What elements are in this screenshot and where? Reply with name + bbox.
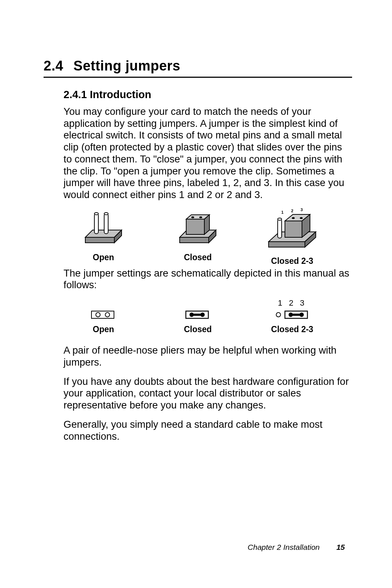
svg-point-24 bbox=[278, 218, 282, 220]
subsection-number: 2.4.1 bbox=[64, 89, 87, 100]
document-page: 2.4Setting jumpers 2.4.1 Introduction Yo… bbox=[0, 0, 392, 442]
paragraph-pliers: A pair of needle-nose pliers may be help… bbox=[64, 345, 352, 368]
pin-label-3: 3 bbox=[301, 208, 303, 212]
section-title-text: Setting jumpers bbox=[73, 58, 180, 73]
svg-rect-23 bbox=[278, 219, 282, 238]
svg-marker-16 bbox=[269, 242, 305, 247]
caption-closed23: Closed 2-3 bbox=[271, 256, 313, 266]
pin-numbers-schematic: 1 2 3 bbox=[278, 298, 307, 309]
jumper-open-icon bbox=[78, 208, 129, 248]
paragraph-intro: You may configure your card to match the… bbox=[64, 106, 352, 201]
subsection-title-text: Introduction bbox=[90, 89, 151, 100]
svg-point-26 bbox=[96, 313, 100, 317]
footer-chapter: Chapter 2 Installation bbox=[248, 543, 319, 551]
section-heading: 2.4Setting jumpers bbox=[44, 58, 352, 78]
figure-open-3d: Open bbox=[67, 208, 140, 266]
svg-rect-5 bbox=[104, 214, 108, 234]
svg-rect-25 bbox=[91, 311, 114, 318]
caption-closed23-sch: Closed 2-3 bbox=[271, 325, 313, 334]
paragraph-doubts: If you have any doubts about the best ha… bbox=[64, 376, 352, 411]
figure-row-schematic: Open Closed 1 2 3 Closed 2-3 bbox=[44, 298, 352, 334]
section-number: 2.4 bbox=[44, 58, 63, 73]
subsection-heading: 2.4.1 Introduction bbox=[64, 89, 352, 101]
pin-label-1: 1 bbox=[281, 210, 283, 214]
caption-closed-sch: Closed bbox=[184, 325, 212, 334]
paragraph-schematic-intro: The jumper settings are schematically de… bbox=[64, 267, 352, 291]
schematic-closed23: 1 2 3 Closed 2-3 bbox=[256, 298, 328, 334]
jumper-closed23-icon: 1 2 3 bbox=[261, 208, 323, 252]
svg-marker-19 bbox=[285, 221, 302, 237]
svg-marker-11 bbox=[186, 219, 204, 234]
schematic-open-icon bbox=[91, 309, 116, 320]
svg-point-14 bbox=[199, 216, 202, 218]
svg-rect-36 bbox=[291, 314, 302, 316]
svg-point-32 bbox=[276, 313, 281, 317]
caption-closed: Closed bbox=[184, 253, 212, 262]
svg-point-6 bbox=[104, 213, 108, 215]
svg-point-13 bbox=[191, 216, 194, 218]
paragraph-cable: Generally, you simply need a standard ca… bbox=[64, 419, 352, 442]
figure-row-3d: Open Closed 1 2 3 bbox=[44, 208, 352, 266]
svg-rect-3 bbox=[94, 214, 98, 234]
footer-page-number: 15 bbox=[336, 543, 345, 551]
svg-rect-31 bbox=[192, 314, 203, 316]
caption-open: Open bbox=[93, 253, 114, 262]
svg-point-22 bbox=[300, 217, 303, 219]
schematic-open: Open bbox=[67, 298, 140, 334]
page-footer: Chapter 2 Installation 15 bbox=[248, 543, 345, 552]
svg-point-27 bbox=[105, 313, 110, 317]
figure-closed23-3d: 1 2 3 Closed 2-3 bbox=[256, 208, 328, 266]
svg-marker-8 bbox=[180, 237, 209, 243]
schematic-closed-icon bbox=[185, 309, 211, 320]
svg-marker-1 bbox=[85, 237, 114, 243]
figure-closed-3d: Closed bbox=[162, 208, 234, 266]
jumper-closed-icon bbox=[172, 208, 223, 248]
schematic-closed: Closed bbox=[162, 298, 234, 334]
svg-point-21 bbox=[292, 217, 295, 219]
schematic-closed23-icon bbox=[274, 309, 310, 320]
pin-label-2: 2 bbox=[291, 209, 293, 213]
svg-point-4 bbox=[94, 213, 98, 215]
caption-open-sch: Open bbox=[93, 325, 114, 334]
